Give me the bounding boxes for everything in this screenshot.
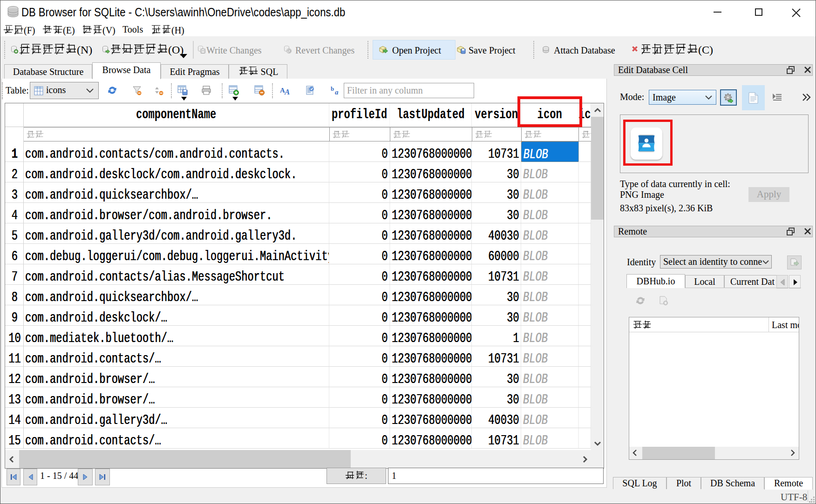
svg-text:A: A	[284, 87, 290, 95]
svg-text:a: a	[335, 88, 339, 95]
svg-text:b: b	[331, 85, 334, 92]
